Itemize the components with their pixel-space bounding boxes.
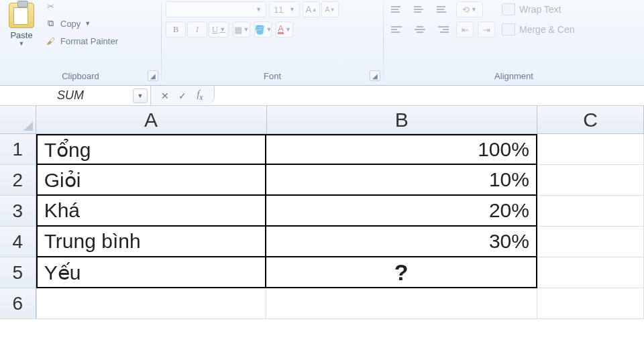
decrease-indent-button[interactable]: ⇤ [456,21,474,38]
cell-b5[interactable]: ? [266,257,537,288]
dialog-launcher-icon[interactable]: ◢ [148,70,158,81]
group-title-alignment: Alignment [388,70,640,85]
copy-icon: ⧉ [44,17,56,29]
cell-b3[interactable]: 20% [266,196,537,227]
align-bottom-button[interactable] [433,2,452,17]
group-title-font: Font [166,70,379,85]
align-left-button[interactable] [388,22,407,37]
bucket-icon: 🪣 [254,25,265,35]
font-name-select[interactable]: ▼ [166,1,266,17]
cell-c6[interactable] [537,288,644,319]
merge-center-label: Merge & Cen [519,24,574,35]
row-header[interactable]: 2 [0,165,36,196]
cell-c1[interactable] [537,134,644,165]
underline-button[interactable]: U▼ [209,21,229,38]
orientation-button[interactable]: ⟲▼ [456,1,483,17]
ribbon-group-font: ▼ 11 ▼ A▲ A▼ B I [162,0,383,85]
ribbon-group-clipboard: Paste ▼ ✂ Cut ⧉ Copy ▼ 🖌 Format Painter [0,0,161,85]
align-top-button[interactable] [388,2,407,17]
column-header-c[interactable]: C [537,106,644,133]
cell-a3[interactable]: Khá [36,196,267,227]
x-icon: ✕ [161,90,169,101]
font-color-icon: A [278,25,284,34]
cell-b6[interactable] [266,288,537,319]
row-header[interactable]: 1 [0,134,36,165]
paste-button[interactable]: Paste ▼ [4,1,39,48]
cell-b4[interactable]: 30% [266,227,537,257]
cell-c5[interactable] [537,257,644,288]
scissors-icon: ✂ [44,0,56,12]
cell-b1[interactable]: 100% [266,134,537,165]
align-center-button[interactable] [411,22,429,37]
table-row: 6 [0,288,644,319]
cell-a1[interactable]: Tổng [36,134,267,165]
row-header[interactable]: 5 [0,257,36,288]
cancel-formula-button[interactable]: ✕ [156,88,174,103]
copy-button[interactable]: ⧉ Copy ▼ [44,16,118,31]
cell-c3[interactable] [537,196,644,227]
table-row: 3 Khá 20% [0,196,644,227]
borders-icon: ▦ [234,25,242,35]
row-header[interactable]: 4 [0,227,36,257]
font-size-value: 11 [274,5,283,15]
formula-input[interactable] [215,86,644,105]
chevron-down-icon: ▼ [219,26,225,33]
wrap-text-button[interactable]: Wrap Text [502,1,574,17]
wrap-text-icon [502,3,515,15]
column-header-a[interactable]: A [36,106,267,133]
fill-color-button[interactable]: 🪣▼ [254,21,272,38]
select-all-corner[interactable] [0,106,36,133]
font-color-button[interactable]: A▼ [276,21,293,38]
bold-button[interactable]: B [166,21,186,38]
chevron-down-icon: ▼ [244,26,250,33]
grid-rows: 1 Tổng 100% 2 Giỏi 10% 3 Khá 20% 4 Trung… [0,134,644,319]
chevron-down-icon[interactable]: ▼ [133,88,148,103]
cut-button[interactable]: ✂ Cut [44,0,118,13]
shrink-font-icon: A [325,5,329,13]
copy-label: Copy [60,19,80,29]
spreadsheet-grid: A B C 1 Tổng 100% 2 Giỏi 10% 3 Khá 20% 4… [0,106,644,319]
dialog-launcher-icon[interactable]: ◢ [370,70,380,81]
insert-function-button[interactable]: fx [191,88,209,103]
outdent-icon: ⇤ [462,25,469,35]
cell-c2[interactable] [537,165,644,196]
indent-icon: ⇥ [483,25,490,35]
align-middle-button[interactable] [411,2,429,17]
merge-icon [502,23,515,36]
name-box[interactable]: SUM ▼ [0,86,151,106]
cell-a2[interactable]: Giỏi [36,165,267,196]
italic-button[interactable]: I [187,21,207,38]
table-row: 4 Trung bình 30% [0,227,644,257]
enter-formula-button[interactable]: ✓ [174,88,191,103]
chevron-down-icon: ▼ [285,26,291,33]
merge-center-button[interactable]: Merge & Cen [502,21,574,38]
chevron-down-icon: ▼ [85,20,91,27]
cell-a4[interactable]: Trung bình [36,227,267,257]
borders-button[interactable]: ▦▼ [233,21,250,38]
cell-b2[interactable]: 10% [266,165,537,196]
align-right-button[interactable] [433,22,452,37]
ribbon: Paste ▼ ✂ Cut ⧉ Copy ▼ 🖌 Format Painter [0,0,644,86]
orientation-icon: ⟲ [462,5,470,15]
row-header[interactable]: 6 [0,288,36,319]
row-header[interactable]: 3 [0,196,36,227]
paintbrush-icon: 🖌 [44,35,56,47]
fx-icon: fx [197,89,203,102]
shrink-font-button[interactable]: A▼ [321,1,339,17]
font-size-select[interactable]: 11 ▼ [269,1,300,17]
cell-a6[interactable] [36,288,267,319]
paste-label: Paste [10,30,32,40]
cell-c4[interactable] [537,227,644,257]
table-row: 1 Tổng 100% [0,134,644,165]
chevron-down-icon: ▼ [266,26,272,33]
column-header-b[interactable]: B [267,106,537,133]
increase-indent-button[interactable]: ⇥ [478,21,495,38]
chevron-down-icon: ▼ [289,6,295,13]
chevron-down-icon: ▼ [471,6,477,13]
grow-font-button[interactable]: A▲ [303,1,320,17]
chevron-down-icon: ▼ [256,6,262,13]
cell-a5[interactable]: Yếu [36,257,267,288]
table-row: 5 Yếu ? [0,257,644,288]
format-painter-button[interactable]: 🖌 Format Painter [44,34,118,48]
grow-font-icon: A [305,4,311,15]
